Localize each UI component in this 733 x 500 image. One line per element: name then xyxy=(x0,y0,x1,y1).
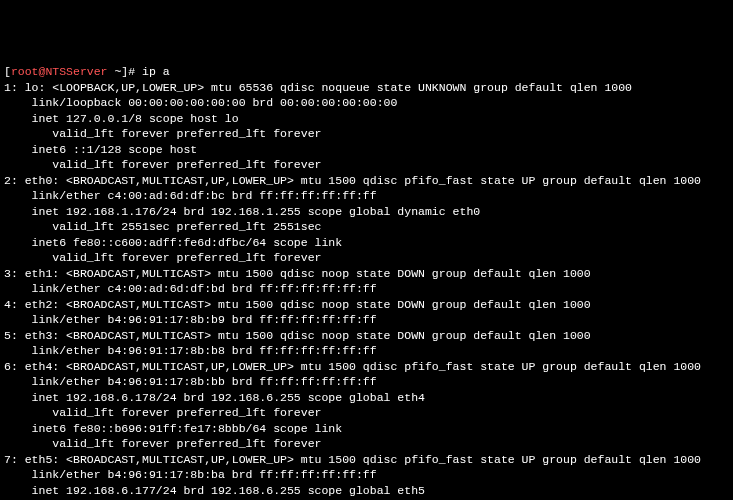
prompt-open: [ xyxy=(4,65,11,78)
output-line: valid_lft forever preferred_lft forever xyxy=(4,157,729,173)
output-line: valid_lft forever preferred_lft forever xyxy=(4,436,729,452)
command-text: ip a xyxy=(142,65,170,78)
output-line: 5: eth3: <BROADCAST,MULTICAST> mtu 1500 … xyxy=(4,328,729,344)
output-line: 7: eth5: <BROADCAST,MULTICAST,UP,LOWER_U… xyxy=(4,452,729,468)
output-line: inet6 fe80::c600:adff:fe6d:dfbc/64 scope… xyxy=(4,235,729,251)
output-line: valid_lft 2551sec preferred_lft 2551sec xyxy=(4,219,729,235)
output-line: link/loopback 00:00:00:00:00:00 brd 00:0… xyxy=(4,95,729,111)
output-line: link/ether b4:96:91:17:8b:b8 brd ff:ff:f… xyxy=(4,343,729,359)
output-line: 4: eth2: <BROADCAST,MULTICAST> mtu 1500 … xyxy=(4,297,729,313)
output-line: inet 192.168.1.176/24 brd 192.168.1.255 … xyxy=(4,204,729,220)
output-line: 1: lo: <LOOPBACK,UP,LOWER_UP> mtu 65536 … xyxy=(4,80,729,96)
output-line: valid_lft forever preferred_lft forever xyxy=(4,405,729,421)
terminal[interactable]: [root@NTSServer ~]# ip a1: lo: <LOOPBACK… xyxy=(4,64,729,500)
output-line: 3: eth1: <BROADCAST,MULTICAST> mtu 1500 … xyxy=(4,266,729,282)
output-line: inet6 fe80::b696:91ff:fe17:8bbb/64 scope… xyxy=(4,421,729,437)
output-line: inet6 ::1/128 scope host xyxy=(4,142,729,158)
output-line: inet 192.168.6.177/24 brd 192.168.6.255 … xyxy=(4,483,729,499)
prompt-path: ~ xyxy=(108,65,122,78)
output-line: 6: eth4: <BROADCAST,MULTICAST,UP,LOWER_U… xyxy=(4,359,729,375)
output-line: 2: eth0: <BROADCAST,MULTICAST,UP,LOWER_U… xyxy=(4,173,729,189)
output-line: valid_lft forever preferred_lft forever xyxy=(4,250,729,266)
prompt-user-host: root@NTSServer xyxy=(11,65,108,78)
command-output: 1: lo: <LOOPBACK,UP,LOWER_UP> mtu 65536 … xyxy=(4,80,729,500)
output-line: link/ether b4:96:91:17:8b:ba brd ff:ff:f… xyxy=(4,467,729,483)
terminal-line: [root@NTSServer ~]# ip a xyxy=(4,64,729,80)
output-line: link/ether c4:00:ad:6d:df:bc brd ff:ff:f… xyxy=(4,188,729,204)
output-line: link/ether b4:96:91:17:8b:bb brd ff:ff:f… xyxy=(4,374,729,390)
output-line: valid_lft forever preferred_lft forever xyxy=(4,126,729,142)
output-line: link/ether b4:96:91:17:8b:b9 brd ff:ff:f… xyxy=(4,312,729,328)
output-line: inet 192.168.6.178/24 brd 192.168.6.255 … xyxy=(4,390,729,406)
prompt-close: ]# xyxy=(121,65,142,78)
output-line: inet 127.0.0.1/8 scope host lo xyxy=(4,111,729,127)
output-line: link/ether c4:00:ad:6d:df:bd brd ff:ff:f… xyxy=(4,281,729,297)
